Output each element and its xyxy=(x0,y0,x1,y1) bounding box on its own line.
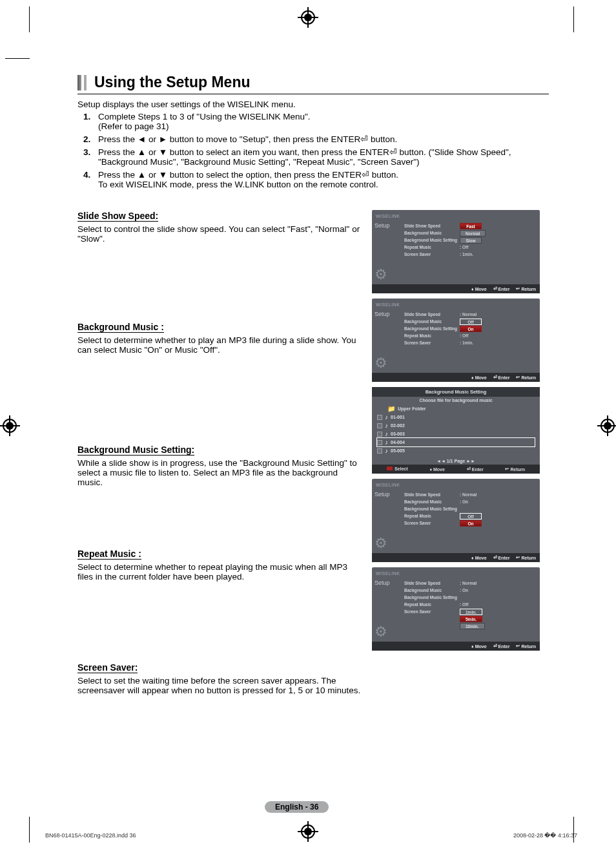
music-note-icon: ♪ xyxy=(385,439,388,446)
updown-icon: ♦ xyxy=(471,375,474,380)
brand-label: WISELINK xyxy=(372,213,540,220)
return-icon: ↩ xyxy=(516,375,520,380)
checkbox-icon xyxy=(377,415,382,420)
menu-value: : Normal xyxy=(460,581,477,585)
bgm-file-row: ♪03-003 xyxy=(377,430,535,438)
gear-icon: ⚙ xyxy=(375,625,399,639)
menu-label: Slide Show Speed xyxy=(404,224,457,228)
tv-screenshot-bgmusic: WISELINK Setup ⚙ Slide Show Speed: Norma… xyxy=(372,299,540,382)
bgm-file-row: ♪05-005 xyxy=(377,446,535,455)
registration-mark-icon xyxy=(301,10,315,25)
menu-value: : Off xyxy=(460,602,468,607)
enter-icon: ⏎ xyxy=(493,375,497,380)
tv-screenshot-bgm-setting: Background Music Setting Choose file for… xyxy=(372,387,540,474)
menu-label: Screen Saver xyxy=(404,609,457,614)
return-icon: ↩ xyxy=(516,644,520,649)
foot-return: ↩Return xyxy=(505,466,525,472)
menu-label: Repeat Music xyxy=(404,245,457,249)
subsection-title: Screen Saver: xyxy=(77,662,138,673)
step-item: Press the ▲ or ▼ button to select the op… xyxy=(93,169,549,189)
bgm-title: Background Music Setting xyxy=(372,387,540,397)
registration-mark-icon xyxy=(3,419,17,433)
menu-value: : Off xyxy=(460,333,468,338)
subsection-title: Repeat Music : xyxy=(77,549,141,560)
side-setup-label: Setup xyxy=(375,222,399,229)
menu-label: Repeat Music xyxy=(404,514,457,518)
footer-filename: BN68-01415A-00Eng-0228.indd 36 xyxy=(45,832,136,839)
crop-mark xyxy=(5,58,30,59)
menu-value: : Normal xyxy=(460,312,477,317)
crop-mark xyxy=(29,6,30,32)
section-header: Using the Setup Menu xyxy=(77,74,549,94)
foot-enter: ⏎Enter xyxy=(493,286,510,291)
bgm-file-row: ♪02-002 xyxy=(377,421,535,430)
option-on: On xyxy=(460,326,482,332)
menu-label: Background Music xyxy=(404,588,457,592)
menu-value: : 1min. xyxy=(460,341,473,345)
option-off: Off xyxy=(460,513,482,519)
print-footer: BN68-01415A-00Eng-0228.indd 36 2008-02-2… xyxy=(45,832,577,839)
foot-select: Select xyxy=(387,466,408,472)
checkbox-icon xyxy=(377,432,382,437)
menu-value: : 1min. xyxy=(460,252,473,257)
brand-label: WISELINK xyxy=(372,481,540,488)
music-note-icon: ♪ xyxy=(385,447,388,454)
step-subtext: (Refer to page 31) xyxy=(98,121,549,131)
foot-enter: ⏎Enter xyxy=(493,375,510,380)
return-icon: ↩ xyxy=(516,286,520,291)
folder-icon: 📁 xyxy=(387,405,395,412)
intro-text: Setup displays the user settings of the … xyxy=(77,100,549,109)
step-item: Press the ◄ or ► button to move to "Setu… xyxy=(93,134,549,144)
subsection-body: Select to set the waiting time before th… xyxy=(77,676,362,695)
return-icon: ↩ xyxy=(505,466,509,472)
subsection-title: Background Music : xyxy=(77,322,164,333)
menu-label: Screen Saver xyxy=(404,521,457,525)
bgm-upper-folder: 📁Upper Folder xyxy=(377,404,535,413)
steps-list: Complete Steps 1 to 3 of "Using the WISE… xyxy=(77,112,549,189)
foot-move: ♦Move xyxy=(471,644,486,649)
checkbox-icon xyxy=(377,440,382,445)
subsection-title: Background Music Setting: xyxy=(77,445,194,456)
option-on: On xyxy=(460,520,482,527)
subsection-title: Slide Show Speed: xyxy=(77,211,158,222)
option-normal: Normal xyxy=(460,230,486,236)
side-setup-label: Setup xyxy=(375,580,399,586)
menu-label: Slide Show Speed xyxy=(404,312,457,317)
side-setup-label: Setup xyxy=(375,311,399,317)
foot-enter: ⏎Enter xyxy=(467,466,484,472)
option-5min: 5min. xyxy=(460,616,482,622)
footer-timestamp: 2008-02-28 �� 4:16:37 xyxy=(513,832,577,839)
menu-value: : On xyxy=(460,588,468,592)
foot-return: ↩Return xyxy=(516,375,536,380)
menu-label: Background Music Setting xyxy=(404,238,457,242)
menu-label: Background Music xyxy=(404,231,457,235)
menu-label: Screen Saver xyxy=(404,252,457,257)
option-slow: Slow xyxy=(460,237,482,244)
menu-value: : On xyxy=(460,499,468,504)
updown-icon: ♦ xyxy=(429,467,432,472)
decor-bar xyxy=(77,75,81,90)
step-item: Press the ▲ or ▼ button to select an ite… xyxy=(93,147,549,167)
option-10min: 10min. xyxy=(460,623,485,629)
step-text: Press the ▲ or ▼ button to select an ite… xyxy=(98,147,511,167)
foot-enter: ⏎Enter xyxy=(493,555,510,560)
foot-return: ↩Return xyxy=(516,644,536,649)
menu-label: Screen Saver xyxy=(404,341,457,345)
side-setup-label: Setup xyxy=(375,491,399,498)
step-item: Complete Steps 1 to 3 of "Using the WISE… xyxy=(93,112,549,131)
registration-mark-icon xyxy=(601,419,615,433)
updown-icon: ♦ xyxy=(471,644,474,649)
music-note-icon: ♪ xyxy=(385,422,388,429)
menu-label: Repeat Music xyxy=(404,333,457,338)
menu-label: Background Music xyxy=(404,499,457,504)
bgm-file-row-selected: ♪04-004 xyxy=(377,438,535,446)
red-button-icon xyxy=(387,466,393,470)
page-title: Using the Setup Menu xyxy=(94,74,251,91)
step-text: Complete Steps 1 to 3 of "Using the WISE… xyxy=(98,112,311,121)
subsection-body: While a slide show is in progress, use t… xyxy=(77,458,362,487)
step-subtext: To exit WISELINK mode, press the W.LINK … xyxy=(98,180,549,189)
menu-label: Background Music Setting xyxy=(404,326,457,331)
foot-move: ♦Move xyxy=(471,286,486,291)
option-fast: Fast xyxy=(460,223,482,229)
subsection-body: Select to determine whether to repeat pl… xyxy=(77,562,362,582)
